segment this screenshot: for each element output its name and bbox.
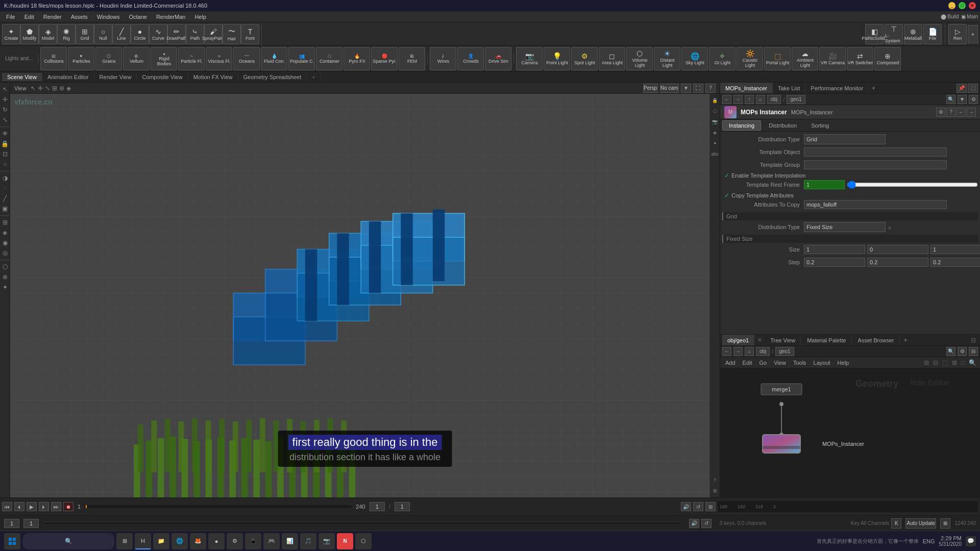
tl-rec-btn[interactable]: ⏺ xyxy=(63,502,74,511)
node-zoom-in[interactable]: 🔍 xyxy=(967,359,978,366)
menu-help[interactable]: Help xyxy=(190,13,210,21)
sidebar-wires[interactable]: ⊞ xyxy=(1,218,10,227)
node-tab-tree[interactable]: Tree View xyxy=(765,335,801,345)
sidebar-faces[interactable]: ▣ xyxy=(1,204,10,213)
node-layout-icon2[interactable]: ⊟ xyxy=(932,359,940,366)
sidebar-lock[interactable]: 🔒 xyxy=(1,139,10,148)
path-search-btn[interactable]: 🔍 xyxy=(946,95,955,104)
node-layout-icon3[interactable]: ⬚ xyxy=(941,359,949,366)
sidebar-extra3[interactable]: ✦ xyxy=(1,283,10,292)
sidebar-edges[interactable]: ╱ xyxy=(1,194,10,203)
pathleft-tool[interactable]: ◧PathicSolids xyxy=(865,24,884,44)
path-up-btn[interactable]: ↑ xyxy=(745,95,754,104)
node-help-btn[interactable]: Help xyxy=(835,359,852,366)
key-all-btn[interactable]: K xyxy=(891,518,901,529)
vp-right-icon8[interactable]: ⊞ xyxy=(710,486,720,495)
node-edit-btn[interactable]: Edit xyxy=(740,359,755,366)
obj-btn[interactable]: obj xyxy=(767,95,781,104)
tab-render-view[interactable]: Render View xyxy=(94,73,137,81)
node-obj-btn[interactable]: obj xyxy=(756,347,770,356)
bottom-loop-btn[interactable]: ↺ xyxy=(701,519,712,528)
metaball-tool[interactable]: ⊗Metaball xyxy=(904,24,922,44)
crowds-btn[interactable]: 👤Crowds xyxy=(457,47,484,70)
rigid-bodies-btn[interactable]: ⬥Rigid Bodies xyxy=(151,47,177,70)
spray-paint-tool[interactable]: 🖌SprayPaint xyxy=(204,24,223,44)
vr-camera-btn[interactable]: 🎥VR Camera xyxy=(819,47,846,70)
grid-tool[interactable]: ⊞Grid xyxy=(76,24,94,44)
step-z-input[interactable] xyxy=(930,258,980,267)
panel-add-tab[interactable]: + xyxy=(869,84,878,93)
geo1-btn[interactable]: geo1 xyxy=(787,95,805,104)
sidebar-scale[interactable]: ⤡ xyxy=(1,115,10,124)
tl-start-btn[interactable]: ⏮ xyxy=(2,502,12,511)
grid-dist-type-select[interactable]: Fixed Size By Count xyxy=(804,222,886,232)
panel-tab-mops[interactable]: MOPs_Instancer xyxy=(720,83,773,93)
timeline-bar[interactable] xyxy=(85,505,352,508)
menu-file[interactable]: File xyxy=(2,13,19,21)
viewport-fullscreen-btn[interactable]: ⛶ xyxy=(693,84,703,93)
file-tool[interactable]: 📄File xyxy=(923,24,942,44)
tab-composite-view[interactable]: Composite View xyxy=(137,73,188,81)
taskbar-app4[interactable]: 📱 xyxy=(245,533,261,549)
size-y-input[interactable] xyxy=(867,245,928,254)
menu-renderman[interactable]: RenderMan xyxy=(152,13,189,21)
tab-animation-editor[interactable]: Animation Editor xyxy=(42,73,94,81)
node-editor-collapse[interactable]: ⊟ xyxy=(971,337,976,344)
draw-path-tool[interactable]: ✏DrawPath xyxy=(167,24,186,44)
gi-light-btn[interactable]: ✧GI Light xyxy=(709,47,736,70)
node-layout-icon4[interactable]: ⊠ xyxy=(950,359,959,366)
area-light-btn[interactable]: ◻Area Light xyxy=(599,47,625,70)
node-add-btn[interactable]: Add xyxy=(722,359,739,366)
panel-help-btn[interactable]: ? xyxy=(946,108,955,117)
vp-right-icon3[interactable]: 📷 xyxy=(710,117,720,127)
tl-fps-input[interactable] xyxy=(395,502,410,511)
menu-windows[interactable]: Windows xyxy=(93,13,124,21)
bottom-audio-btn[interactable]: 🔊 xyxy=(689,519,699,528)
sidebar-extra2[interactable]: ⊗ xyxy=(1,272,10,282)
node-collapse-btn[interactable]: ⊟ xyxy=(969,347,978,356)
bottom-timeline-bar[interactable] xyxy=(43,522,683,525)
composed-btn[interactable]: ⊕Composed xyxy=(874,47,901,70)
ren-tool[interactable]: ▷Ren xyxy=(948,24,967,44)
sidebar-extra1[interactable]: ⬡ xyxy=(1,262,10,271)
tl-loop-btn[interactable]: ↺ xyxy=(693,502,703,511)
notification-btn[interactable]: 💬 xyxy=(966,536,976,546)
path-back-btn[interactable]: ← xyxy=(722,95,731,104)
node-add-tab[interactable]: + xyxy=(901,336,911,345)
drive-sim-btn[interactable]: 🚗Drive Sim xyxy=(485,47,511,70)
node-tab-geo1[interactable]: obj/geo1 xyxy=(722,335,754,345)
panel-collapse-btn[interactable]: ⚙ xyxy=(936,108,945,117)
taskbar-firefox[interactable]: 🦊 xyxy=(190,533,206,549)
path-forward-btn[interactable]: → xyxy=(733,95,743,104)
node-home-btn[interactable]: ⌂ xyxy=(745,347,754,356)
viscous-fl-btn[interactable]: ≈Viscous Fl. xyxy=(206,47,232,70)
timeline-zoom-btn[interactable]: ⊞ xyxy=(940,518,950,529)
grains-btn[interactable]: ⬡Grains xyxy=(95,47,122,70)
vr-switcher-btn[interactable]: ⇄VR Switcher xyxy=(847,47,873,70)
vp-right-icon7[interactable]: ? xyxy=(710,475,720,485)
close-button[interactable]: ✕ xyxy=(969,2,976,9)
attrs-to-copy-input[interactable] xyxy=(804,200,947,209)
template-rest-frame-slider[interactable] xyxy=(847,181,978,188)
viewport-content[interactable]: vfxforce.cn xyxy=(10,94,720,497)
node-graph-content[interactable]: Indie Edition Geometry merge1 xyxy=(720,368,980,497)
copy-template-attrs-check[interactable]: ✓ xyxy=(724,192,729,199)
sidebar-visibility[interactable]: 👁 xyxy=(1,129,10,138)
line-tool[interactable]: ╱Line xyxy=(112,24,131,44)
taskbar-app1[interactable]: 📁 xyxy=(153,533,169,549)
size-z-input[interactable] xyxy=(930,245,980,254)
node-view-btn[interactable]: View xyxy=(771,359,789,366)
template-group-input[interactable] xyxy=(804,160,947,169)
taskbar-app7[interactable]: 🎵 xyxy=(300,533,316,549)
bottom-current-frame[interactable] xyxy=(23,519,39,528)
taskbar-app6[interactable]: 📊 xyxy=(282,533,298,549)
vp-right-icon2[interactable]: ⬡ xyxy=(710,107,720,116)
node-tab-material[interactable]: Material Palette xyxy=(802,335,851,345)
task-view-btn[interactable]: ⊞ xyxy=(116,533,133,549)
point-light-btn[interactable]: 💡Point Light xyxy=(544,47,570,70)
template-rest-frame-input[interactable] xyxy=(804,180,845,189)
node-layout-btn[interactable]: Layout xyxy=(811,359,834,366)
sidebar-mat[interactable]: ◎ xyxy=(1,248,10,258)
lsystem-tool[interactable]: ⊤L-System xyxy=(885,24,903,44)
size-x-input[interactable] xyxy=(804,245,865,254)
